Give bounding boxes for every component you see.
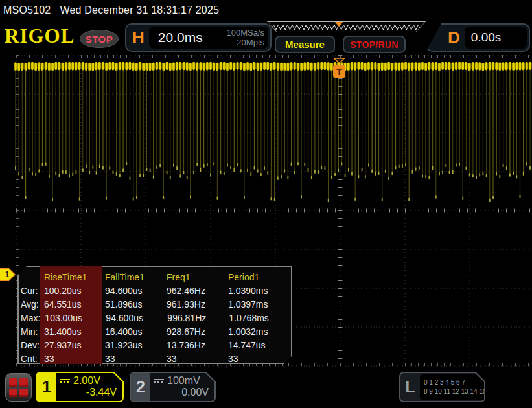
- measure-value: 31.923us: [102, 340, 163, 350]
- oscilloscope-screen: { "titlebar": { "model": "MSO5102", "dat…: [0, 0, 532, 408]
- horizontal-label: H: [126, 28, 149, 48]
- measure-value: 1.0768ms: [226, 313, 287, 323]
- toolbar: RIGOL STOP H 20.0ms 100MSa/s 20Mpts Meas…: [0, 19, 532, 55]
- measure-value: 961.93Hz: [163, 299, 225, 310]
- trigger-position-marker[interactable]: T: [333, 54, 345, 78]
- measure-column-header[interactable]: FallTime1: [102, 272, 163, 282]
- measure-value: 33: [225, 354, 286, 364]
- measure-value: 100.20us: [40, 286, 102, 296]
- measure-value: 64.551us: [40, 299, 102, 310]
- measure-value: 103.00us: [40, 313, 102, 323]
- measure-value: 27.937us: [40, 340, 102, 350]
- measure-value: 1.0390ms: [225, 286, 286, 296]
- measure-value: 94.600us: [102, 313, 164, 323]
- row-label: Avg:: [17, 299, 40, 310]
- trigger-t-icon: T: [333, 65, 345, 78]
- measurement-panel[interactable]: RiseTime1 FallTime1 Freq1 Period1 Cur: 1…: [17, 266, 292, 364]
- measure-value: 13.736Hz: [163, 340, 225, 350]
- measure-value: 16.400us: [102, 326, 163, 337]
- channel1-offset: -3.44V: [60, 387, 119, 398]
- preview-waveform: [268, 22, 425, 32]
- measure-value: 33: [40, 354, 102, 364]
- title-bar: MSO5102Wed December 31 18:31:17 2025: [0, 0, 532, 19]
- sample-rate: 100MSa/s: [226, 28, 264, 38]
- measure-value: 1.0032ms: [225, 326, 286, 337]
- row-label: Max:: [17, 313, 40, 323]
- table-row: Min: 31.400us 16.400us 928.67Hz 1.0032ms: [17, 324, 292, 338]
- table-row: Avg: 64.551us 51.896us 961.93Hz 1.0397ms: [17, 297, 292, 311]
- delay-panel[interactable]: D 0.00s: [426, 23, 530, 52]
- logic-row-1: 0 1 2 3 4 5 6 7: [424, 378, 487, 387]
- measure-column-header[interactable]: Freq1: [163, 272, 225, 282]
- row-label: Min:: [17, 326, 40, 337]
- measure-value: 94.600us: [102, 286, 163, 296]
- measure-value: 14.747us: [225, 340, 286, 350]
- table-row: Dev: 27.937us 31.923us 13.736Hz 14.747us: [17, 338, 292, 352]
- datetime: Wed December 31 18:31:17 2025: [60, 5, 219, 16]
- run-state-badge: STOP: [80, 30, 119, 48]
- memory-depth: 20Mpts: [226, 38, 264, 47]
- model-name: MSO5102: [3, 5, 51, 16]
- timebase-value: 20.0ms: [149, 30, 227, 45]
- channel2-number-badge: 2: [131, 373, 150, 401]
- menu-grid-button[interactable]: [5, 373, 32, 402]
- measure-value: 31.400us: [40, 326, 102, 337]
- measure-column-header[interactable]: RiseTime1: [40, 272, 102, 282]
- delay-value: 0.00s: [465, 30, 527, 45]
- measure-value: 928.67Hz: [163, 326, 225, 337]
- measure-value: 33: [102, 354, 163, 364]
- scope-display: T 1 RiseTime1 FallTime1 Freq1 Period1 Cu…: [0, 55, 532, 367]
- trigger-arrow-icon: [333, 58, 345, 63]
- grid-icon: [9, 378, 28, 397]
- logic-analyzer-block[interactable]: L 0 1 2 3 4 5 6 7 8 9 10 11 12 13 14 15: [399, 372, 485, 402]
- measure-value: 51.896us: [102, 299, 163, 310]
- measure-value: 33: [163, 354, 225, 364]
- delay-label: D: [427, 28, 465, 48]
- channel1-number-badge: 1: [37, 373, 56, 401]
- stop-run-button[interactable]: STOP/RUN: [343, 36, 406, 53]
- channel2-scale: 100mV: [167, 375, 200, 387]
- logic-row-2: 8 9 10 11 12 13 14 15: [424, 387, 487, 396]
- rigol-logo: RIGOL: [5, 25, 75, 48]
- measure-value: 1.0397ms: [225, 299, 286, 310]
- row-label: Cnt:: [17, 354, 40, 364]
- measurement-table: RiseTime1 FallTime1 Freq1 Period1 Cur: 1…: [17, 266, 292, 364]
- row-label: Dev:: [17, 340, 40, 350]
- horizontal-panel[interactable]: H 20.0ms 100MSa/s 20Mpts: [125, 23, 272, 52]
- channel1-scale: 2.00V: [73, 375, 100, 387]
- table-row: Cur: 100.20us 94.600us 962.46Hz 1.0390ms: [17, 284, 292, 297]
- dc-coupling-icon: [60, 379, 70, 383]
- preview-trigger-position-icon: [335, 22, 343, 27]
- measure-column-header[interactable]: Period1: [225, 272, 286, 282]
- bottom-bar: 1 2.00V -3.44V 2 100mV 0.00V L: [0, 367, 532, 408]
- acquisition-info: 100MSa/s 20Mpts: [226, 28, 268, 47]
- measure-button[interactable]: Measure: [275, 36, 335, 53]
- channel2-offset: 0.00V: [154, 387, 211, 398]
- table-row: Max: 103.00us 94.600us 996.81Hz 1.0768ms: [17, 311, 292, 324]
- channel1-status-block[interactable]: 1 2.00V -3.44V: [36, 372, 124, 402]
- measure-value: 962.46Hz: [163, 286, 225, 296]
- table-row: Cnt: 33 33 33 33: [17, 352, 292, 365]
- row-label: Cur:: [17, 286, 40, 296]
- channel2-status-block[interactable]: 2 100mV 0.00V: [130, 372, 216, 402]
- waveform-preview-strip[interactable]: [267, 21, 426, 32]
- dc-coupling-icon: [154, 379, 164, 383]
- logic-channel-numbers: 0 1 2 3 4 5 6 7 8 9 10 11 12 13 14 15: [420, 374, 487, 400]
- measure-value: 996.81Hz: [164, 313, 226, 323]
- logic-label: L: [400, 373, 420, 401]
